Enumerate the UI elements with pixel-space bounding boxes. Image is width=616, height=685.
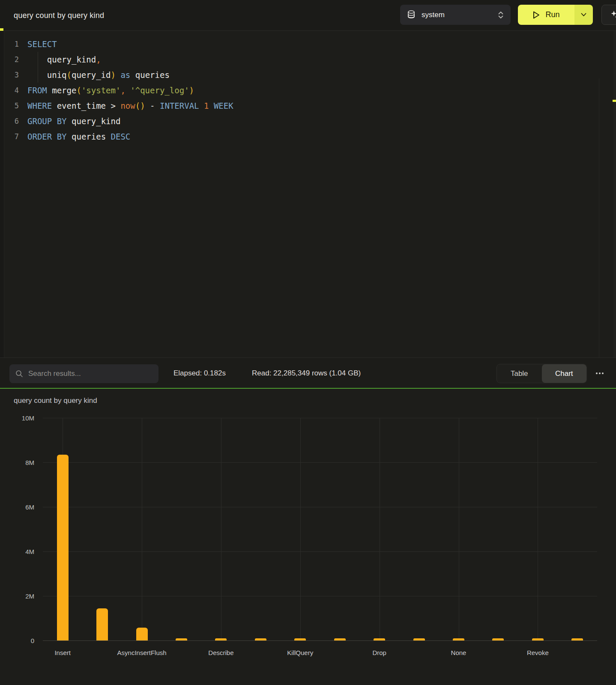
overview-ruler-border — [599, 78, 599, 357]
y-axis-tick-label: 2M — [10, 593, 34, 600]
gridline — [43, 507, 597, 507]
updown-chevron-icon — [498, 11, 504, 19]
code-line: 4FROM merge('system', '^query_log') — [0, 83, 595, 98]
chart-title: query count by query kind — [14, 396, 97, 405]
sql-console-page: { "topbar": { "title": "query count by q… — [0, 0, 616, 685]
gridline — [221, 418, 221, 640]
run-button[interactable]: Run — [518, 5, 574, 25]
code-line: 2 query_kind, — [0, 52, 595, 67]
y-axis-tick-label: 6M — [10, 503, 34, 511]
code-line: 1SELECT — [0, 36, 595, 52]
sparkles-icon — [610, 10, 616, 20]
bar-Describe — [215, 638, 227, 640]
x-axis-tick-label: AsyncInsertFlush — [117, 649, 167, 656]
line-number: 6 — [0, 117, 19, 125]
read-stat: Read: 22,285,349 rows (1.04 GB) — [252, 358, 361, 388]
bar-AsyncInsertFlush — [136, 628, 148, 640]
x-axis-tick-label: Insert — [54, 649, 71, 656]
ai-assist-button[interactable] — [601, 5, 616, 25]
line-number: 5 — [0, 101, 19, 110]
play-icon — [532, 11, 540, 19]
code-text: SELECT — [27, 39, 57, 49]
x-axis-tick-label: Describe — [208, 649, 233, 656]
chart-panel: query count by query kind 10M8M6M4M2M0In… — [0, 389, 616, 685]
line-number: 2 — [0, 55, 19, 64]
gridline — [43, 596, 597, 596]
code-text: WHERE event_time > now() - INTERVAL 1 WE… — [27, 101, 233, 110]
code-text: query_kind, — [27, 55, 101, 64]
bar-None — [453, 638, 464, 640]
bar-KillQuery — [294, 638, 306, 640]
y-axis-tick-label: 8M — [10, 459, 34, 466]
run-options-caret[interactable] — [574, 5, 593, 25]
code-text: ORDER BY queries DESC — [27, 132, 130, 141]
gridline — [43, 418, 597, 418]
results-toolbar: Elapsed: 0.182s Read: 22,285,349 rows (1… — [0, 357, 616, 388]
line-number: 4 — [0, 86, 19, 95]
search-results-input[interactable] — [28, 369, 153, 378]
ellipsis-icon — [596, 372, 598, 374]
code-text: uniq(query_id) as queries — [27, 70, 170, 80]
code-line: 7ORDER BY queries DESC — [0, 129, 595, 144]
bar-unlabeled — [492, 638, 504, 640]
line-number: 1 — [0, 40, 19, 48]
tab-chart[interactable]: Chart — [542, 364, 587, 383]
bar-Insert — [57, 455, 69, 640]
view-toggle: Table Chart — [496, 364, 587, 383]
gridline — [43, 551, 597, 552]
gridline — [43, 462, 597, 463]
gridline — [538, 418, 538, 640]
code-text: GROUP BY query_kind — [27, 116, 120, 126]
database-selector-value: system — [422, 11, 492, 19]
gridline — [459, 418, 459, 640]
run-button-label: Run — [545, 10, 559, 19]
bar-unlabeled — [413, 638, 425, 640]
overview-ruler-mark — [613, 100, 616, 102]
bar-Revoke — [532, 638, 544, 640]
editor-scrollbar[interactable] — [613, 31, 616, 357]
search-icon — [15, 370, 23, 378]
tab-table[interactable]: Table — [497, 364, 542, 383]
gridline — [300, 418, 301, 640]
gridline — [142, 418, 142, 640]
y-axis-tick-label: 10M — [10, 414, 34, 422]
bar-unlabeled — [255, 638, 266, 640]
more-options-button[interactable] — [592, 367, 607, 379]
bar-unlabeled — [571, 638, 583, 640]
sql-editor[interactable]: 1SELECT2 query_kind,3 uniq(query_id) as … — [0, 31, 616, 357]
bar-unlabeled — [176, 638, 187, 640]
x-axis-tick-label: KillQuery — [287, 649, 313, 656]
indent-guide — [38, 52, 38, 83]
line-number: 7 — [0, 132, 19, 141]
database-selector[interactable]: system — [400, 5, 511, 25]
y-axis-tick-label: 0 — [10, 637, 34, 644]
database-icon — [407, 10, 416, 20]
query-title: query count by query kind — [14, 0, 104, 31]
gridline — [380, 418, 380, 640]
run-button-group: Run — [518, 5, 593, 25]
code-line: 5WHERE event_time > now() - INTERVAL 1 W… — [0, 98, 595, 113]
search-results-box[interactable] — [9, 364, 158, 383]
line-number: 3 — [0, 71, 19, 79]
bar-unlabeled — [96, 608, 108, 640]
bar-Drop — [374, 638, 385, 640]
x-axis-line — [43, 640, 597, 641]
x-axis-tick-label: Drop — [372, 649, 386, 656]
elapsed-stat: Elapsed: 0.182s — [173, 358, 226, 388]
x-axis-tick-label: Revoke — [527, 649, 549, 656]
x-axis-tick-label: None — [451, 649, 466, 656]
code-text: FROM merge('system', '^query_log') — [27, 86, 194, 95]
y-axis-tick-label: 4M — [10, 548, 34, 555]
topbar: query count by query kind system Run — [0, 0, 616, 31]
code-line: 3 uniq(query_id) as queries — [0, 67, 595, 83]
code-line: 6GROUP BY query_kind — [0, 113, 595, 129]
bar-unlabeled — [334, 638, 346, 640]
